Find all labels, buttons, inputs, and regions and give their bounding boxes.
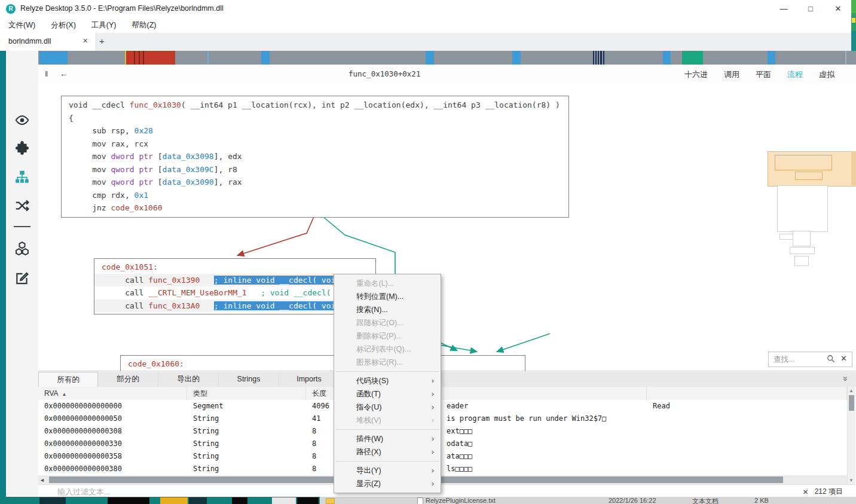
menu-item-3[interactable]: 帮助(Z)	[132, 20, 156, 30]
pause-icon[interactable]: ‖	[45, 69, 48, 78]
menu-item-2[interactable]: 工具(Y)	[91, 20, 117, 30]
code-line[interactable]: cmp rdx, 0x1	[62, 189, 568, 202]
code-token: data_0x3098	[163, 152, 214, 161]
column-header-4[interactable]	[647, 387, 847, 400]
new-tab-button[interactable]: +	[99, 36, 105, 46]
vertical-scroll-thumb[interactable]	[849, 395, 854, 411]
context-menu-item[interactable]: 插件(W)›	[334, 432, 441, 445]
column-header-RVA[interactable]: RVA▲	[38, 387, 187, 400]
code-line[interactable]: sub rsp, 0x28	[62, 124, 568, 138]
code-line[interactable]: void __cdecl func_0x1030( __int64 p1 __l…	[62, 99, 568, 112]
context-menu-item[interactable]: 函数(T)›	[334, 387, 441, 401]
code-line[interactable]: code_0x1060:	[121, 358, 525, 371]
view-tab-平面[interactable]: 平面	[756, 69, 771, 80]
scroll-up-icon[interactable]: ▲	[849, 388, 854, 393]
code-token: void __cdecl	[69, 100, 130, 109]
edit-pencil-icon[interactable]	[14, 271, 30, 286]
find-box[interactable]: 查找... ✕	[768, 352, 852, 367]
basic-block-code-0x1060[interactable]: code_0x1060:	[120, 355, 525, 371]
column-header-类型[interactable]: 类型	[187, 387, 306, 400]
submenu-arrow-icon: ›	[432, 387, 434, 401]
code-line[interactable]: mov rax, rcx	[62, 138, 568, 151]
basic-block-func-0x1030[interactable]: void __cdecl func_0x1030( __int64 p1 __l…	[61, 96, 569, 218]
document-tab-bar: borlndmm.dll ✕ +	[0, 33, 851, 51]
filter-input[interactable]: 输入过滤文本...	[57, 487, 111, 497]
table-row[interactable]: 0x0000000000000308String8ext□□□	[38, 425, 847, 438]
close-button[interactable]: ✕	[829, 3, 847, 15]
view-tab-调用[interactable]: 调用	[724, 69, 739, 80]
code-token: code_0x1051:	[102, 262, 158, 271]
blocks-cubes-icon[interactable]	[14, 241, 30, 256]
tab-close-icon[interactable]: ✕	[82, 37, 88, 45]
context-menu-item[interactable]: 指令(U)›	[334, 401, 441, 414]
code-token: call	[102, 301, 148, 310]
table-row[interactable]: 0x0000000000000050String41is program mus…	[38, 413, 847, 425]
table-header[interactable]: RVA▲类型长度	[38, 387, 847, 401]
context-menu-item[interactable]: 显示(Z)›	[334, 477, 441, 490]
shuffle-icon[interactable]	[14, 198, 30, 213]
band-segment	[139, 51, 140, 65]
panel-tab-Imports[interactable]: Imports	[279, 372, 340, 387]
table-cell: ata□□□	[441, 450, 647, 463]
table-cell: odata□	[441, 438, 647, 450]
view-tab-十六进[interactable]: 十六进	[684, 69, 708, 80]
context-menu-item[interactable]: 搜索(N)...	[334, 303, 441, 316]
view-tab-虚拟[interactable]: 虚拟	[819, 69, 834, 80]
context-menu-item[interactable]: 转到位置(M)...	[334, 290, 441, 303]
chevron-double-down-icon[interactable]: »	[840, 376, 851, 380]
clear-filter-icon[interactable]: ✕	[803, 488, 809, 496]
band-segment	[134, 51, 135, 65]
code-token: [	[153, 152, 163, 161]
code-token: ], edx	[214, 152, 242, 161]
eye-icon[interactable]	[14, 112, 30, 128]
table-row[interactable]: 0x0000000000000358String8ata□□□	[38, 450, 847, 463]
horizontal-scrollbar[interactable]: ◄	[38, 475, 847, 484]
context-menu-item: 图形标记(R)...	[334, 356, 441, 369]
navigation-band[interactable]	[38, 51, 856, 65]
code-token: data_0x3090	[163, 178, 214, 187]
table-row[interactable]: 0x0000000000000380String8ls□□□□	[38, 463, 847, 475]
back-arrow-icon[interactable]: ←	[60, 69, 68, 78]
menu-item-0[interactable]: 文件(W)	[8, 20, 35, 30]
code-line[interactable]: mov qword ptr [data_0x309C], r8	[62, 163, 568, 176]
code-line[interactable]: mov dword ptr [data_0x3098], edx	[62, 150, 568, 163]
table-row[interactable]: 0x0000000000000330String8odata□	[38, 438, 847, 450]
view-tab-流程[interactable]: 流程	[787, 69, 803, 80]
minimize-button[interactable]: —	[775, 3, 793, 15]
vertical-scrollbar[interactable]: ▲ ▼	[847, 387, 855, 484]
flow-graph-icon[interactable]	[14, 169, 30, 185]
scroll-left-icon[interactable]: ◄	[39, 477, 45, 483]
flow-graph-canvas[interactable]: void __cdecl func_0x1030( __int64 p1 __l…	[38, 84, 856, 371]
code-line[interactable]: jnz code_0x1060	[62, 201, 568, 215]
panel-tab-Strings[interactable]: Strings	[219, 372, 279, 387]
context-menu-item[interactable]: 代码块(S)›	[334, 374, 441, 387]
tab-borlndmm[interactable]: borlndmm.dll ✕	[0, 33, 96, 51]
code-line[interactable]: mov qword ptr [data_0x3090], rax	[62, 176, 568, 189]
context-menu-item[interactable]: 导出(Y)›	[334, 464, 441, 477]
find-close-icon[interactable]: ✕	[840, 354, 847, 363]
code-line[interactable]: {	[62, 112, 568, 125]
table-cell	[647, 450, 847, 463]
panel-tab-部分的[interactable]: 部分的	[98, 372, 158, 387]
panel-tab-导出的[interactable]: 导出的	[158, 372, 219, 387]
scroll-down-icon[interactable]: ▼	[849, 478, 854, 483]
view-mode-tabs: 十六进调用平面流程虚拟	[684, 69, 834, 80]
code-line[interactable]: code_0x1051:	[94, 261, 375, 274]
maximize-button[interactable]: □	[802, 3, 820, 15]
table-row[interactable]: 0x0000000000000000Segment4096eaderRead	[38, 400, 847, 413]
table-cell: 0x0000000000000380	[38, 463, 187, 475]
band-segment	[768, 51, 775, 65]
desktop-fragment	[851, 31, 856, 51]
panel-tab-所有的[interactable]: 所有的	[38, 372, 98, 387]
submenu-arrow-icon: ›	[432, 401, 434, 414]
table-cell: String	[187, 463, 306, 475]
menu-item-1[interactable]: 分析(X)	[51, 20, 76, 30]
code-token: 0x1	[134, 191, 148, 200]
plugin-puzzle-icon[interactable]	[14, 140, 30, 156]
table-cell: Read	[647, 400, 847, 413]
column-header-3[interactable]	[441, 387, 647, 400]
context-menu-item[interactable]: 路径(X)›	[334, 445, 441, 459]
code-token: func_0x1030	[130, 100, 181, 109]
code-token: func_0x13A0	[148, 301, 200, 310]
find-input[interactable]: 查找...	[774, 355, 794, 365]
